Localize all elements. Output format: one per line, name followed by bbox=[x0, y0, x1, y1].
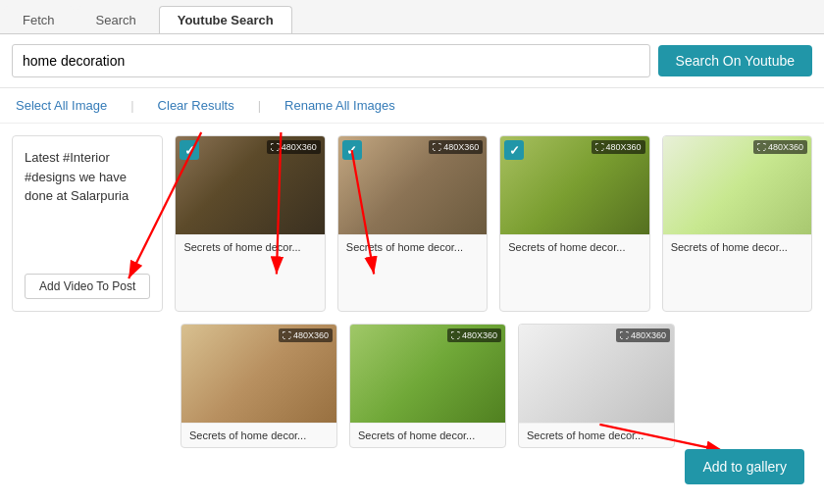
thumbnail-7: ✓ ⛶ 480X360 bbox=[519, 325, 674, 423]
thumbnail-1: ✓ ⛶ 480X360 bbox=[176, 136, 324, 234]
gallery-row-1: Latest #Interior #designs we have done a… bbox=[12, 135, 812, 312]
thumbnail-3: ✓ ⛶ 480X360 bbox=[500, 136, 648, 234]
image-card-3[interactable]: ✓ ⛶ 480X360 Secrets of home decor... bbox=[499, 135, 649, 312]
image-card-1[interactable]: ✓ ⛶ 480X360 Secrets of home decor... bbox=[175, 135, 325, 312]
clear-results-link[interactable]: Clear Results bbox=[158, 98, 234, 113]
image-card-6[interactable]: ✓ ⛶ 480X360 Secrets of home decor... bbox=[349, 324, 506, 448]
img-label-1: Secrets of home decor... bbox=[176, 234, 324, 259]
image-card-4[interactable]: ✓ ⛶ 480X360 Secrets of home decor... bbox=[662, 135, 812, 312]
img-label-3: Secrets of home decor... bbox=[500, 234, 648, 259]
badge-7: ⛶ 480X360 bbox=[616, 328, 670, 342]
sep1: | bbox=[130, 98, 133, 113]
sep2: | bbox=[258, 98, 261, 113]
search-bar: Search On Youtube bbox=[0, 34, 824, 88]
img-label-7: Secrets of home decor... bbox=[519, 423, 674, 447]
img-label-5: Secrets of home decor... bbox=[181, 423, 336, 447]
tabs-bar: Fetch Search Youtube Search bbox=[0, 0, 824, 34]
spacer bbox=[12, 324, 169, 448]
info-card-text: Latest #Interior #designs we have done a… bbox=[25, 148, 150, 206]
check-1[interactable]: ✓ bbox=[180, 140, 199, 160]
img-label-2: Secrets of home decor... bbox=[338, 234, 487, 259]
image-card-7[interactable]: ✓ ⛶ 480X360 Secrets of home decor... bbox=[518, 324, 675, 448]
badge-2: ⛶ 480X360 bbox=[429, 140, 483, 154]
badge-6: ⛶ 480X360 bbox=[447, 328, 501, 342]
select-all-link[interactable]: Select All Image bbox=[16, 98, 107, 113]
badge-4: ⛶ 480X360 bbox=[753, 140, 807, 154]
action-links: Select All Image | Clear Results | Renam… bbox=[0, 88, 824, 124]
thumbnail-5: ✓ ⛶ 480X360 bbox=[181, 325, 336, 423]
img-label-4: Secrets of home decor... bbox=[663, 234, 811, 259]
thumbnail-6: ✓ ⛶ 480X360 bbox=[350, 325, 505, 423]
thumbnail-4: ✓ ⛶ 480X360 bbox=[663, 136, 811, 234]
thumbnail-2: ✓ ⛶ 480X360 bbox=[338, 136, 487, 234]
tab-fetch[interactable]: Fetch bbox=[4, 6, 74, 33]
search-youtube-button[interactable]: Search On Youtube bbox=[658, 45, 812, 76]
info-card: Latest #Interior #designs we have done a… bbox=[12, 135, 163, 312]
badge-5: ⛶ 480X360 bbox=[279, 328, 333, 342]
image-card-2[interactable]: ✓ ⛶ 480X360 Secrets of home decor... bbox=[337, 135, 488, 312]
tab-search[interactable]: Search bbox=[77, 6, 155, 33]
badge-1: ⛶ 480X360 bbox=[267, 140, 321, 154]
badge-3: ⛶ 480X360 bbox=[592, 140, 645, 154]
search-input[interactable] bbox=[12, 44, 650, 77]
rename-all-link[interactable]: Rename All Images bbox=[284, 98, 395, 113]
img-label-6: Secrets of home decor... bbox=[350, 423, 505, 447]
gallery-container: Latest #Interior #designs we have done a… bbox=[0, 124, 824, 460]
tab-youtube-search[interactable]: Youtube Search bbox=[159, 6, 292, 33]
check-2[interactable]: ✓ bbox=[342, 140, 362, 160]
add-video-button[interactable]: Add Video To Post bbox=[25, 274, 150, 299]
image-card-5[interactable]: ✓ ⛶ 480X360 Secrets of home decor... bbox=[180, 324, 337, 448]
check-3[interactable]: ✓ bbox=[504, 140, 524, 160]
gallery-row-2: ✓ ⛶ 480X360 Secrets of home decor... ✓ ⛶… bbox=[12, 324, 812, 448]
add-to-gallery-button[interactable]: Add to gallery bbox=[685, 449, 804, 460]
